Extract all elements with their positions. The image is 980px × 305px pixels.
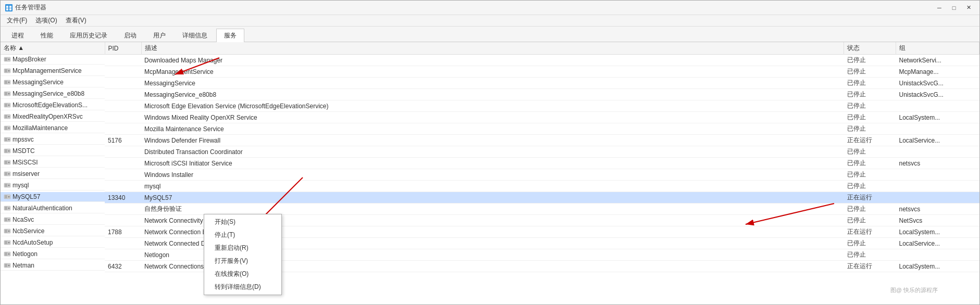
table-row[interactable]: MozillaMaintenanceMozilla Maintenance Se… bbox=[1, 123, 979, 135]
maximize-button[interactable]: □ bbox=[947, 3, 961, 13]
table-row[interactable]: mpssvc5176Windows Defender Firewall正在运行L… bbox=[1, 135, 979, 146]
svg-rect-45 bbox=[5, 207, 7, 210]
svg-point-43 bbox=[8, 196, 10, 197]
cell-group bbox=[896, 249, 979, 261]
col-status[interactable]: 状态 bbox=[844, 42, 896, 55]
col-group[interactable]: 组 bbox=[896, 42, 979, 55]
table-row[interactable]: MySQL5713340MySQL57正在运行 bbox=[1, 192, 979, 204]
col-name[interactable]: 名称 ▲ bbox=[1, 42, 105, 55]
svg-rect-51 bbox=[5, 230, 7, 233]
cell-desc: Downloaded Maps Manager bbox=[141, 55, 844, 66]
cell-pid: 5176 bbox=[105, 135, 141, 146]
table-row[interactable]: mysqlmysql已停止 bbox=[1, 181, 979, 192]
menu-file[interactable]: 文件(F) bbox=[3, 15, 31, 26]
svg-point-46 bbox=[8, 207, 10, 209]
svg-point-25 bbox=[8, 127, 10, 129]
minimize-button[interactable]: ─ bbox=[933, 3, 946, 13]
svg-point-52 bbox=[8, 230, 10, 232]
menu-view[interactable]: 查看(V) bbox=[61, 15, 91, 26]
table-row[interactable]: MSDTCDistributed Transaction Coordinator… bbox=[1, 146, 979, 158]
svg-rect-4 bbox=[9, 8, 11, 10]
cell-name: MapsBroker bbox=[1, 55, 105, 65]
cell-pid bbox=[105, 78, 141, 89]
close-button[interactable]: ✕ bbox=[962, 3, 975, 13]
svg-point-13 bbox=[8, 81, 10, 83]
cell-pid bbox=[105, 238, 141, 249]
cell-status: 正在运行 bbox=[844, 135, 896, 146]
cell-group: LocalSystem... bbox=[896, 226, 979, 238]
table-row[interactable]: MicrosoftEdgeElevationS...Microsoft Edge… bbox=[1, 100, 979, 112]
table-header-row: 名称 ▲ PID 描述 状态 组 bbox=[1, 42, 979, 55]
col-desc[interactable]: 描述 bbox=[141, 42, 844, 55]
cell-name: NcbService bbox=[1, 226, 105, 236]
cell-name: MozillaMaintenance bbox=[1, 123, 105, 133]
table-row[interactable]: NcdAutoSetupNetwork Connected De...已停止Lo… bbox=[1, 238, 979, 249]
table-row[interactable]: MixedRealityOpenXRSvcWindows Mixed Reali… bbox=[1, 112, 979, 123]
context-menu-item-0[interactable]: 开始(S) bbox=[204, 215, 281, 228]
cell-desc: 自然身份验证 bbox=[141, 204, 844, 215]
cell-desc: Distributed Transaction Coordinator bbox=[141, 146, 844, 158]
cell-status: 正在运行 bbox=[844, 226, 896, 238]
cell-pid: 13340 bbox=[105, 192, 141, 204]
cell-pid bbox=[105, 249, 141, 261]
cell-name: MicrosoftEdgeElevationS... bbox=[1, 100, 105, 110]
svg-rect-42 bbox=[5, 195, 7, 198]
cell-group: McpManage... bbox=[896, 66, 979, 78]
svg-rect-54 bbox=[5, 241, 7, 244]
cell-group: netsvcs bbox=[896, 158, 979, 169]
cell-group: LocalSystem... bbox=[896, 112, 979, 123]
cell-name: NcdAutoSetup bbox=[1, 238, 105, 248]
cell-name: MSDTC bbox=[1, 146, 105, 156]
cell-name: MessagingService bbox=[1, 78, 105, 87]
context-menu-item-4[interactable]: 在线搜索(O) bbox=[204, 268, 281, 281]
tab-details[interactable]: 详细信息 bbox=[175, 29, 215, 42]
cell-pid bbox=[105, 100, 141, 112]
cell-status: 正在运行 bbox=[844, 192, 896, 204]
table-row[interactable]: McpManagementServiceMcpManagementService… bbox=[1, 66, 979, 78]
svg-rect-9 bbox=[5, 69, 7, 72]
col-pid[interactable]: PID bbox=[105, 42, 141, 55]
cell-status: 已停止 bbox=[844, 100, 896, 112]
svg-rect-6 bbox=[5, 58, 7, 61]
cell-name: NcaSvc bbox=[1, 215, 105, 225]
table-row[interactable]: MSiSCSIMicrosoft iSCSI Initiator Service… bbox=[1, 158, 979, 169]
cell-pid bbox=[105, 169, 141, 181]
table-row[interactable]: msiserverWindows Installer已停止 bbox=[1, 169, 979, 181]
tab-services[interactable]: 服务 bbox=[216, 29, 244, 42]
content-area: 名称 ▲ PID 描述 状态 组 MapsBrokerDownloaded Ma… bbox=[1, 42, 979, 304]
tab-process[interactable]: 进程 bbox=[4, 29, 32, 42]
context-menu-item-3[interactable]: 打开服务(V) bbox=[204, 255, 281, 268]
cell-name: MSiSCSI bbox=[1, 158, 105, 168]
svg-point-61 bbox=[8, 264, 10, 266]
table-row[interactable]: MessagingServiceMessagingService已停止Unist… bbox=[1, 78, 979, 89]
cell-group: UnistackSvcG... bbox=[896, 78, 979, 89]
table-row[interactable]: NaturalAuthentication自然身份验证已停止netsvcs bbox=[1, 204, 979, 215]
cell-pid bbox=[105, 146, 141, 158]
cell-pid bbox=[105, 158, 141, 169]
context-menu-item-2[interactable]: 重新启动(R) bbox=[204, 242, 281, 255]
menu-options[interactable]: 选项(O) bbox=[31, 15, 61, 26]
tab-app-history[interactable]: 应用历史记录 bbox=[62, 29, 115, 42]
cell-group: NetSvcs bbox=[896, 215, 979, 226]
table-row[interactable]: Netman6432Network Connections正在运行LocalSy… bbox=[1, 261, 979, 272]
context-menu-item-1[interactable]: 停止(T) bbox=[204, 228, 281, 242]
services-table-container[interactable]: 名称 ▲ PID 描述 状态 组 MapsBrokerDownloaded Ma… bbox=[1, 42, 979, 304]
cell-name: Netlogon bbox=[1, 249, 105, 259]
cell-name: MessagingService_e80b8 bbox=[1, 89, 105, 99]
tab-startup[interactable]: 启动 bbox=[116, 29, 144, 42]
tab-users[interactable]: 用户 bbox=[145, 29, 173, 42]
cell-pid: 6432 bbox=[105, 261, 141, 272]
cell-desc: McpManagementService bbox=[141, 66, 844, 78]
context-menu-item-5[interactable]: 转到详细信息(D) bbox=[204, 281, 281, 294]
cell-pid bbox=[105, 66, 141, 78]
table-row[interactable]: MapsBrokerDownloaded Maps Manager已停止Netw… bbox=[1, 55, 979, 66]
table-row[interactable]: NcbService1788Network Connection B...正在运… bbox=[1, 226, 979, 238]
table-row[interactable]: NetlogonNetlogon已停止 bbox=[1, 249, 979, 261]
tab-performance[interactable]: 性能 bbox=[33, 29, 61, 42]
cell-pid bbox=[105, 204, 141, 215]
cell-status: 已停止 bbox=[844, 146, 896, 158]
table-row[interactable]: NcaSvcNetwork Connectivity A...已停止NetSvc… bbox=[1, 215, 979, 226]
table-row[interactable]: MessagingService_e80b8MessagingService_e… bbox=[1, 89, 979, 100]
svg-point-40 bbox=[8, 184, 10, 186]
cell-desc: MySQL57 bbox=[141, 192, 844, 204]
